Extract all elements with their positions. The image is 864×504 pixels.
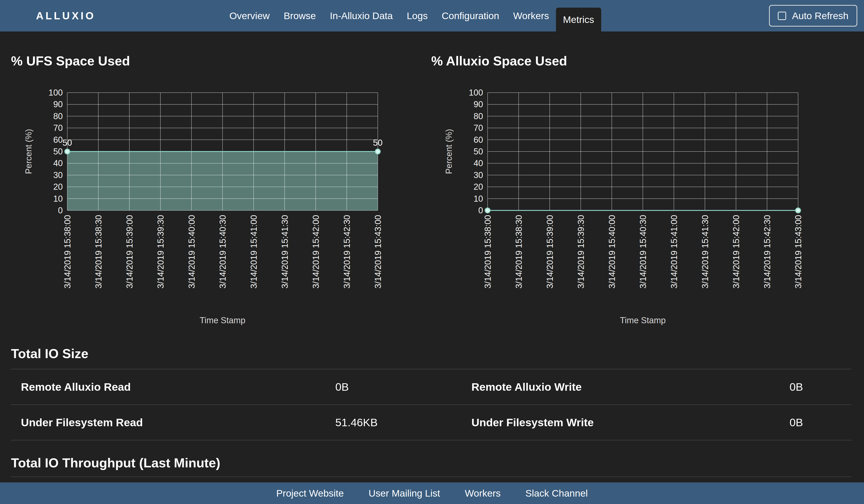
svg-text:3/14/2019 15:42:00: 3/14/2019 15:42:00	[731, 215, 741, 288]
svg-text:3/14/2019 15:40:00: 3/14/2019 15:40:00	[607, 215, 617, 288]
footer: Project Website User Mailing List Worker…	[0, 482, 864, 504]
io-label-under-filesystem-write: Under Filesystem Write	[471, 416, 659, 429]
nav-item-in-alluxio-data[interactable]: In-Alluxio Data	[323, 0, 400, 32]
svg-text:20: 20	[473, 182, 483, 192]
footer-link-slack-channel[interactable]: Slack Channel	[525, 488, 588, 499]
auto-refresh-label: Auto Refresh	[792, 10, 849, 21]
nav-item-browse[interactable]: Browse	[277, 0, 323, 32]
svg-text:0: 0	[478, 206, 483, 215]
svg-text:3/14/2019 15:40:30: 3/14/2019 15:40:30	[638, 215, 648, 288]
svg-text:Percent (%): Percent (%)	[24, 129, 33, 174]
svg-text:70: 70	[53, 123, 63, 133]
svg-text:80: 80	[53, 111, 63, 121]
metrics-page: % UFS Space Used 01020304050607080901003…	[0, 53, 864, 477]
total-io-size-section: Total IO Size Remote Alluxio Read 0B Rem…	[11, 346, 851, 477]
svg-text:50: 50	[62, 138, 72, 147]
footer-link-user-mailing-list[interactable]: User Mailing List	[369, 488, 440, 499]
io-label-under-filesystem-read: Under Filesystem Read	[21, 416, 335, 429]
svg-text:30: 30	[53, 170, 63, 180]
svg-text:3/14/2019 15:40:00: 3/14/2019 15:40:00	[187, 215, 196, 288]
svg-text:90: 90	[53, 100, 63, 109]
svg-text:10: 10	[473, 194, 483, 204]
alluxio-space-chart-section: % Alluxio Space Used 0102030405060708090…	[431, 53, 852, 327]
svg-text:3/14/2019 15:38:00: 3/14/2019 15:38:00	[63, 215, 72, 288]
svg-text:60: 60	[53, 135, 63, 145]
svg-text:60: 60	[473, 135, 483, 145]
svg-text:Time Stamp: Time Stamp	[620, 316, 665, 325]
svg-text:3/14/2019 15:38:30: 3/14/2019 15:38:30	[94, 215, 103, 288]
nav-item-workers[interactable]: Workers	[506, 0, 556, 32]
svg-text:3/14/2019 15:38:30: 3/14/2019 15:38:30	[514, 215, 524, 288]
svg-text:70: 70	[473, 123, 483, 133]
section-divider	[11, 477, 851, 477]
svg-text:50: 50	[473, 147, 483, 156]
svg-text:3/14/2019 15:39:00: 3/14/2019 15:39:00	[125, 215, 134, 288]
ufs-space-chart-title: % UFS Space Used	[11, 53, 431, 68]
svg-text:3/14/2019 15:41:00: 3/14/2019 15:41:00	[669, 215, 679, 288]
table-row: Remote Alluxio Read 0B Remote Alluxio Wr…	[11, 369, 851, 405]
svg-text:3/14/2019 15:39:30: 3/14/2019 15:39:30	[576, 215, 586, 288]
svg-text:Time Stamp: Time Stamp	[200, 316, 245, 325]
table-row: Under Filesystem Read 51.46KB Under File…	[11, 405, 851, 440]
footer-link-project-website[interactable]: Project Website	[276, 488, 344, 499]
svg-text:3/14/2019 15:42:30: 3/14/2019 15:42:30	[342, 215, 352, 288]
svg-text:3/14/2019 15:43:00: 3/14/2019 15:43:00	[794, 215, 803, 288]
alluxio-space-used-chart: 01020304050607080901003/14/2019 15:38:00…	[442, 86, 804, 327]
alluxio-logo[interactable]: ALLUXIO	[36, 10, 96, 22]
total-io-size-title: Total IO Size	[11, 346, 851, 361]
svg-text:3/14/2019 15:38:00: 3/14/2019 15:38:00	[483, 215, 493, 288]
nav-item-metrics[interactable]: Metrics	[556, 8, 601, 32]
svg-text:20: 20	[53, 182, 63, 192]
top-navbar: ALLUXIO Overview Browse In-Alluxio Data …	[0, 0, 864, 32]
svg-text:3/14/2019 15:41:30: 3/14/2019 15:41:30	[280, 215, 290, 288]
svg-text:3/14/2019 15:39:30: 3/14/2019 15:39:30	[156, 215, 165, 288]
charts-row: % UFS Space Used 01020304050607080901003…	[11, 53, 851, 327]
svg-text:40: 40	[473, 159, 483, 168]
svg-text:3/14/2019 15:42:00: 3/14/2019 15:42:00	[311, 215, 321, 288]
alluxio-space-chart-title: % Alluxio Space Used	[431, 53, 852, 68]
svg-text:3/14/2019 15:42:30: 3/14/2019 15:42:30	[763, 215, 772, 288]
svg-text:100: 100	[469, 88, 483, 97]
ufs-space-chart-section: % UFS Space Used 01020304050607080901003…	[11, 53, 431, 327]
svg-text:3/14/2019 15:40:30: 3/14/2019 15:40:30	[218, 215, 227, 288]
svg-text:0: 0	[58, 206, 63, 215]
io-label-remote-alluxio-read: Remote Alluxio Read	[21, 381, 335, 393]
footer-link-workers[interactable]: Workers	[465, 488, 501, 499]
total-io-throughput-title: Total IO Throughput (Last Minute)	[11, 455, 851, 470]
nav-item-logs[interactable]: Logs	[400, 0, 435, 32]
svg-text:50: 50	[373, 138, 383, 147]
svg-text:80: 80	[473, 111, 483, 121]
svg-text:3/14/2019 15:41:00: 3/14/2019 15:41:00	[249, 215, 259, 288]
io-value-under-filesystem-read: 51.46KB	[335, 416, 471, 429]
total-io-size-table: Remote Alluxio Read 0B Remote Alluxio Wr…	[11, 369, 851, 440]
io-value-remote-alluxio-write: 0B	[659, 381, 803, 393]
svg-text:100: 100	[49, 88, 63, 97]
nav-item-configuration[interactable]: Configuration	[435, 0, 506, 32]
auto-refresh-button[interactable]: Auto Refresh	[769, 5, 857, 26]
svg-text:3/14/2019 15:39:00: 3/14/2019 15:39:00	[545, 215, 555, 288]
svg-text:90: 90	[473, 100, 483, 109]
svg-text:3/14/2019 15:41:30: 3/14/2019 15:41:30	[700, 215, 710, 288]
svg-text:50: 50	[53, 147, 63, 156]
svg-text:3/14/2019 15:43:00: 3/14/2019 15:43:00	[373, 215, 383, 288]
ufs-space-used-chart: 01020304050607080901003/14/2019 15:38:00…	[21, 86, 383, 327]
io-label-remote-alluxio-write: Remote Alluxio Write	[471, 381, 659, 393]
main-nav: Overview Browse In-Alluxio Data Logs Con…	[222, 0, 601, 32]
io-value-remote-alluxio-read: 0B	[335, 381, 471, 393]
auto-refresh-checkbox[interactable]	[778, 12, 786, 20]
svg-text:Percent (%): Percent (%)	[444, 129, 454, 174]
io-value-under-filesystem-write: 0B	[659, 416, 803, 429]
svg-text:10: 10	[53, 194, 63, 204]
nav-item-overview[interactable]: Overview	[222, 0, 277, 32]
svg-text:40: 40	[53, 159, 63, 168]
svg-text:30: 30	[473, 170, 483, 180]
